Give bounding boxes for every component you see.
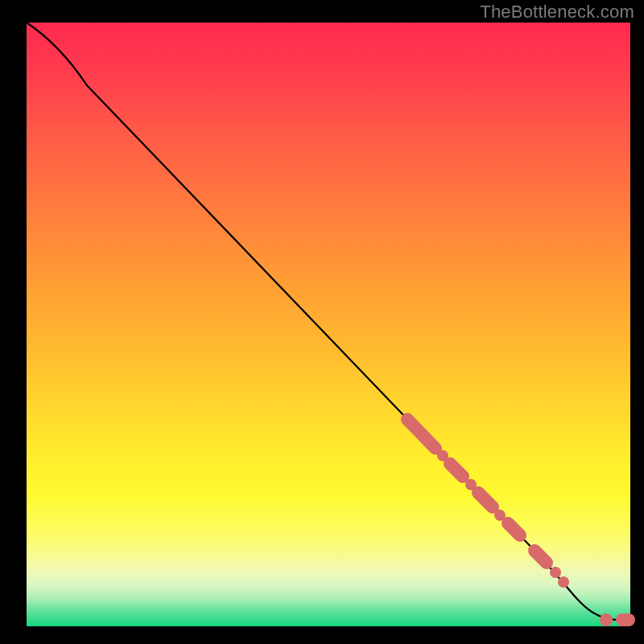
data-point bbox=[558, 576, 569, 588]
stage: TheBottleneck.com bbox=[0, 0, 644, 644]
watermark-text: TheBottleneck.com bbox=[480, 2, 634, 23]
data-point bbox=[600, 613, 613, 626]
data-point bbox=[550, 567, 561, 578]
chart-data-points bbox=[407, 419, 629, 626]
chart-svg bbox=[27, 23, 630, 626]
data-segment bbox=[508, 523, 520, 535]
data-segment bbox=[407, 419, 436, 448]
data-segment bbox=[535, 551, 547, 563]
chart-curve bbox=[27, 23, 630, 620]
data-segment bbox=[450, 464, 463, 477]
data-segment bbox=[478, 493, 493, 507]
chart-plot-area bbox=[27, 23, 630, 626]
